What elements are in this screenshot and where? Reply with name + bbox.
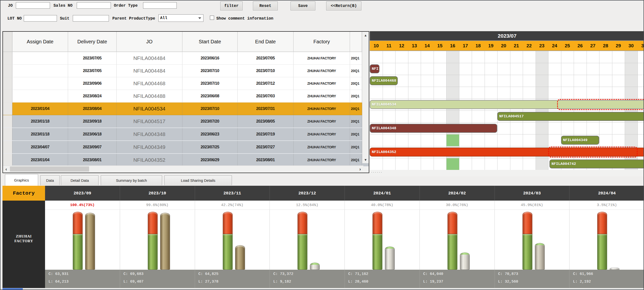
column-header-factory[interactable]: Factory (294, 32, 350, 52)
day-header-31: 31 (638, 41, 644, 51)
row-header-cell (3, 65, 12, 77)
table-row[interactable]: 2023/07/05NFILA0044842023/07/102023/07/1… (3, 65, 369, 77)
cell-q: 20Q1 (350, 141, 362, 153)
gantt-bar[interactable]: NFILA004349 (561, 136, 600, 145)
filter-button[interactable]: filter (220, 2, 242, 11)
gantt-bar[interactable]: NFI (370, 64, 380, 73)
show-comment-checkbox[interactable] (210, 16, 214, 20)
capacity-bar-over-segment (298, 212, 308, 234)
gantt-bar[interactable]: NFILA004468 (370, 76, 398, 85)
jo-input[interactable] (16, 2, 50, 9)
day-header-29: 29 (612, 41, 625, 51)
month-plot-cell (120, 210, 195, 270)
column-header-start-date[interactable]: Start Date (182, 32, 238, 52)
tab-summary-by-batch[interactable]: Summary by batch (101, 175, 162, 185)
column-header-delivery-date[interactable]: Delivery Date (68, 32, 116, 52)
table-row[interactable]: 2023/01/182023/06/18NFILA0043482023/06/2… (3, 128, 369, 141)
gantt-bar[interactable]: NFILA004348 (370, 124, 497, 133)
column-header-end-date[interactable]: End Date (238, 32, 294, 52)
table-header-row: Assign DateDelivery DateJOStart DateEnd … (3, 32, 369, 52)
cell-delivery: 2023/06/18 (68, 128, 116, 140)
utilization-row: 100.4%(73%)99.6%(80%)42.2%(74%)12.5%(84%… (45, 201, 644, 210)
utilization-label: 100.4%(73%) (45, 201, 120, 209)
row-header-cell (3, 115, 12, 128)
cell-assign (12, 90, 68, 102)
cell-jo: NFILA004352 (116, 154, 182, 166)
month-header: 2024/04 (570, 186, 644, 201)
cell-q: 20Q1 (350, 90, 362, 102)
grid-hline (370, 87, 644, 87)
table-row[interactable]: 2023/09/06NFILA0044682023/07/102023/07/1… (3, 77, 369, 90)
cell-jo: NFILA004517 (116, 115, 182, 128)
reset-button[interactable]: Reset (253, 2, 278, 11)
column-header-jo[interactable]: JO (116, 32, 182, 52)
bottom-scrollbar-track[interactable] (0, 288, 644, 290)
row-header-cell (3, 52, 12, 64)
cell-factory: ZHUHAI FACTORY (294, 77, 350, 90)
scroll-left-icon[interactable]: ‹ (3, 166, 10, 173)
table-row[interactable]: 2023/01/182023/09/18NFILA0045172023/07/2… (3, 115, 369, 128)
hscroll-thumb[interactable] (10, 166, 89, 172)
lot-no-input[interactable] (24, 15, 57, 22)
capacity-bar (148, 212, 158, 270)
table-corner-cell (3, 32, 12, 52)
table-row[interactable]: 2023/01/042023/08/01NFILA0043522023/06/2… (3, 154, 369, 167)
tab-data[interactable]: Data (40, 175, 60, 185)
cell-assign: 2023/01/18 (12, 115, 68, 128)
table-row[interactable]: 2023/01/042023/08/04NFILA0045342023/07/1… (3, 103, 369, 115)
suit-input[interactable] (73, 15, 109, 22)
cell-factory: ZHUHAI FACTORY (294, 65, 350, 77)
capacity-bar-base-segment (73, 234, 83, 270)
gantt-bar[interactable]: NFILA004517 (497, 112, 644, 121)
scroll-right-icon[interactable]: › (357, 166, 363, 173)
gantt-bar[interactable]: NFILA004742 (550, 159, 644, 168)
table-row[interactable]: 2023/08/24NFILA0044882023/06/082023/07/0… (3, 90, 369, 103)
utilization-label: 12.5%(84%) (270, 201, 345, 209)
suit-label: Suit (60, 16, 69, 21)
column-header-extra[interactable] (350, 32, 362, 52)
parent-product-type-select[interactable]: All (158, 14, 204, 22)
utilization-label: 30.0%(76%) (420, 201, 495, 209)
cl-cell: C: 61,966L: 2,192 (570, 270, 644, 288)
tab-graphics[interactable]: Graphics (5, 174, 38, 186)
cell-end: 2023/07/27 (238, 141, 294, 153)
bottom-scrollbar-thumb[interactable] (2, 288, 23, 290)
cell-factory: ZHUHAI FACTORY (294, 115, 350, 128)
capacity-bar-over-segment (148, 212, 158, 234)
save-button[interactable]: Save (290, 2, 315, 11)
table-horizontal-scrollbar[interactable]: ‹ › (3, 165, 363, 173)
factory-column-header: Factory (2, 186, 45, 201)
table-vertical-scrollbar[interactable]: ▲ ▼ (362, 32, 369, 163)
cell-jo: NFILA004484 (116, 65, 182, 77)
capacity-bar-over-segment (372, 212, 382, 234)
cell-delivery: 2023/07/05 (68, 52, 116, 64)
column-header-assign-date[interactable]: Assign Date (12, 32, 68, 52)
tab-load-sharing-details[interactable]: Load Sharing Details (164, 175, 232, 185)
sales-no-input[interactable] (77, 2, 111, 9)
highlight-cell (446, 158, 459, 170)
scroll-up-icon[interactable]: ▲ (362, 32, 369, 39)
day-header-20: 20 (497, 41, 510, 51)
day-header-28: 28 (599, 41, 612, 51)
cell-factory: ZHUHAI FACTORY (294, 103, 350, 115)
capacity-value: C: 64,825 (198, 272, 218, 276)
cell-jo: NFILA004349 (116, 141, 182, 153)
grid-hline (370, 75, 644, 75)
utilization-label: 45.9%(81%) (495, 201, 570, 209)
cell-end: 2023/07/05 (238, 52, 294, 64)
table-row[interactable]: 2023/04/072023/09/07NFILA0043492023/07/2… (3, 141, 369, 154)
gantt-overrun-outline (548, 147, 638, 157)
table-row[interactable]: 2023/07/05NFILA0044842023/06/162023/07/0… (3, 52, 369, 65)
tab-detail-data[interactable]: Detail Data (61, 175, 98, 185)
capacity-bar-base-segment (148, 234, 158, 270)
grid-hline (370, 146, 644, 146)
scroll-down-icon[interactable]: ▼ (362, 156, 369, 163)
cell-assign (12, 65, 68, 77)
cell-assign: 2023/01/04 (12, 103, 68, 115)
cell-start: 2023/06/08 (182, 90, 238, 102)
order-type-input[interactable] (143, 2, 177, 9)
cell-assign: 2023/04/07 (12, 141, 68, 153)
return-button[interactable]: <<Return(B) (326, 2, 361, 11)
row-header-cell (3, 154, 12, 166)
cell-end: 2023/07/03 (238, 90, 294, 102)
